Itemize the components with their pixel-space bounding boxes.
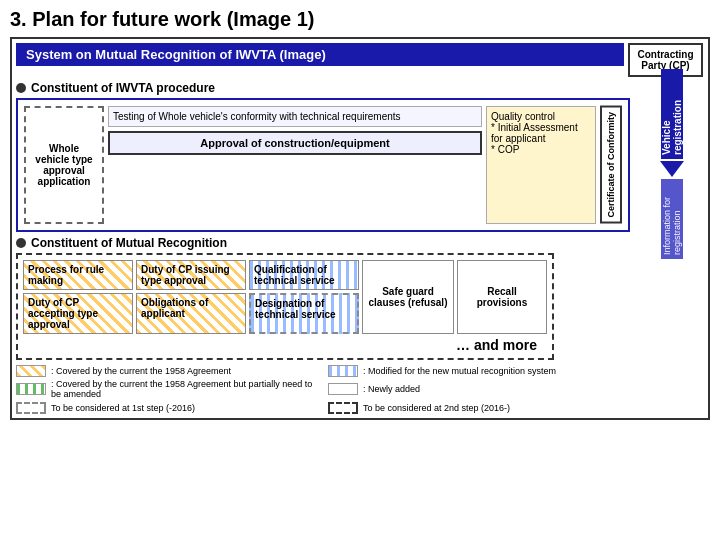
testing-col: Testing of Whole vehicle's conformity wi… bbox=[108, 106, 482, 224]
legend-item-newly: : Newly added bbox=[328, 379, 630, 399]
mutual-grid: Process for rule making Duty of CP issui… bbox=[23, 260, 547, 334]
legend-box-step2 bbox=[328, 402, 358, 414]
grid-cell-qualification: Qualification of technical service bbox=[249, 260, 359, 290]
grid-cell-designation: Designation of technical service bbox=[249, 293, 359, 334]
page: 3. Plan for future work (Image 1) System… bbox=[0, 0, 720, 540]
arrow-down-icon bbox=[660, 161, 684, 177]
legend-box-partially bbox=[16, 383, 46, 395]
legend-item-partially: : Covered by the current the 1958 Agreem… bbox=[16, 379, 318, 399]
mutual-section-label: Constituent of Mutual Recognition bbox=[16, 236, 630, 250]
legend-box-modified bbox=[328, 365, 358, 377]
mutual-box: Process for rule making Duty of CP issui… bbox=[16, 253, 554, 360]
grid-cell-obligations: Obligations of applicant bbox=[136, 293, 246, 334]
system-header: System on Mutual Recognition of IWVTA (I… bbox=[16, 43, 624, 66]
legend-box-1958 bbox=[16, 365, 46, 377]
legend-item-step2: To be considered at 2nd step (2016-) bbox=[328, 402, 630, 414]
legend-label-newly: : Newly added bbox=[363, 384, 420, 394]
legend-label-1958: : Covered by the current the 1958 Agreem… bbox=[51, 366, 231, 376]
legend-label-modified: : Modified for the new mutual recognitio… bbox=[363, 366, 556, 376]
legend-label-step1: To be considered at 1st step (-2016) bbox=[51, 403, 195, 413]
legend-item-1958: : Covered by the current the 1958 Agreem… bbox=[16, 365, 318, 377]
legend-box-step1 bbox=[16, 402, 46, 414]
page-title: 3. Plan for future work (Image 1) bbox=[10, 8, 710, 31]
vehicle-registration-label: Vehicle registration bbox=[661, 69, 683, 159]
legend-label-step2: To be considered at 2nd step (2016-) bbox=[363, 403, 510, 413]
vehicle-approval-box: Whole vehicle type approval application bbox=[24, 106, 104, 224]
info-registration-label: Information for registration bbox=[661, 179, 683, 259]
legend-item-step1: To be considered at 1st step (-2016) bbox=[16, 402, 318, 414]
grid-cell-duty-cp-issuing: Duty of CP issuing type approval bbox=[136, 260, 246, 290]
grid-cell-duty-cp-accepting: Duty of CP accepting type approval bbox=[23, 293, 133, 334]
bullet-icon bbox=[16, 83, 26, 93]
bullet-icon-2 bbox=[16, 238, 26, 248]
recall-cell: Recall provisions bbox=[457, 260, 547, 334]
legend-box-newly bbox=[328, 383, 358, 395]
and-more: … and more bbox=[23, 337, 547, 353]
iwvta-box: Whole vehicle type approval application … bbox=[16, 98, 630, 232]
iwvta-section-label: Constituent of IWVTA procedure bbox=[16, 81, 630, 95]
legend-label-partially: : Covered by the current the 1958 Agreem… bbox=[51, 379, 318, 399]
quality-control-box: Quality control * Initial Assessment for… bbox=[486, 106, 596, 224]
approval-construction: Approval of construction/equipment bbox=[108, 131, 482, 155]
testing-requirements: Testing of Whole vehicle's conformity wi… bbox=[108, 106, 482, 127]
certificate-conformity: Certificate of Conformity bbox=[600, 106, 622, 224]
grid-cell-process: Process for rule making bbox=[23, 260, 133, 290]
safeguard-cell: Safe guard clauses (refusal) bbox=[362, 260, 454, 334]
quality-control-text: Quality control * Initial Assessment for… bbox=[491, 111, 591, 155]
legend-item-modified: : Modified for the new mutual recognitio… bbox=[328, 365, 630, 377]
